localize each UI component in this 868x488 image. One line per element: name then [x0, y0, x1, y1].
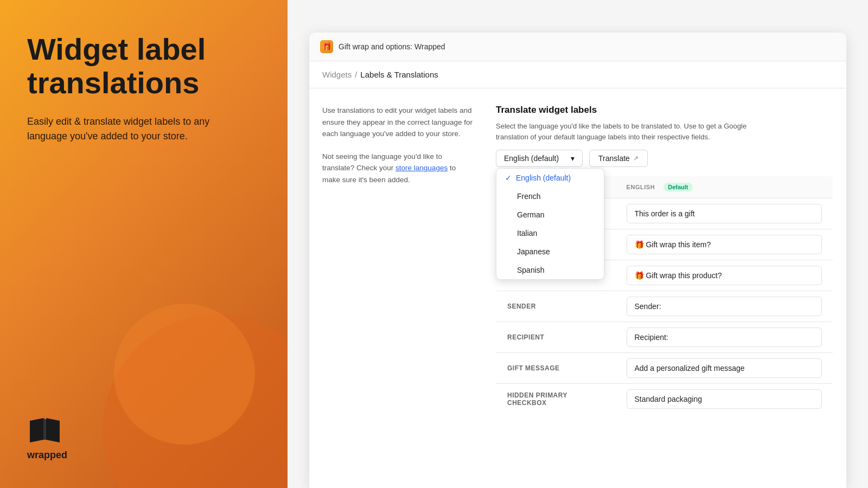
lang-option-english[interactable]: ✓ English (default) — [496, 169, 604, 187]
breadcrumb-parent[interactable]: Widgets — [322, 70, 352, 79]
lang-label-german: German — [517, 210, 545, 219]
translate-header: Translate widget labels Select the langu… — [496, 105, 833, 142]
lang-option-italian[interactable]: Italian — [496, 224, 604, 242]
header-controls: English (default) ▾ ✓ English (default) — [496, 150, 648, 167]
brand-name: wrapped — [27, 450, 67, 461]
external-link-icon: ↗ — [633, 155, 639, 162]
row-input-cell-cart_widget — [616, 198, 833, 229]
window-title: Gift wrap and options: Wrapped — [339, 42, 445, 51]
description-paragraph-1: Use translations to edit your widget lab… — [322, 105, 474, 140]
page-headline: Widget label translations — [27, 33, 260, 99]
row-label-hidden_primary_checkbox: HIDDEN PRIMARY CHECKBOX — [496, 384, 616, 415]
translate-button-label: Translate — [598, 154, 630, 163]
translate-title: Translate widget labels — [496, 105, 756, 115]
translation-column: Translate widget labels Select the langu… — [496, 105, 833, 415]
breadcrumb-current: Labels & Translations — [360, 70, 438, 79]
store-languages-link[interactable]: store languages — [395, 164, 448, 172]
description-paragraph-2: Not seeing the language you'd like to tr… — [322, 151, 474, 186]
app-window: 🎁 Gift wrap and options: Wrapped Widgets… — [309, 33, 846, 488]
lang-label-english: English (default) — [516, 174, 571, 182]
breadcrumb: Widgets / Labels & Translations — [309, 61, 846, 88]
language-selector-row: English (default) ▾ ✓ English (default) — [496, 150, 833, 167]
title-bar: 🎁 Gift wrap and options: Wrapped — [309, 33, 846, 61]
right-panel: 🎁 Gift wrap and options: Wrapped Widgets… — [288, 0, 868, 488]
language-dropdown-wrapper: English (default) ▾ ✓ English (default) — [496, 150, 583, 167]
default-badge: Default — [663, 183, 692, 191]
lang-label-japanese: Japanese — [517, 247, 550, 256]
row-label-gift_message: GIFT MESSAGE — [496, 353, 616, 384]
row-input-cell-sender — [616, 291, 833, 322]
language-select-button[interactable]: English (default) ▾ — [496, 150, 583, 167]
lang-option-japanese[interactable]: Japanese — [496, 242, 604, 261]
lang-label-italian: Italian — [517, 229, 537, 237]
translate-title-area: Translate widget labels Select the langu… — [496, 105, 756, 142]
row-input-cell-product_page_widget — [616, 260, 833, 291]
row-input-cell-line_item_widget — [616, 229, 833, 260]
selected-language-label: English (default) — [504, 154, 559, 163]
page-subtext: Easily edit & translate widget labels to… — [27, 114, 233, 144]
lang-label-french: French — [517, 192, 541, 201]
table-row: SENDER — [496, 291, 833, 322]
language-dropdown: ✓ English (default) French German — [496, 168, 604, 280]
translation-input-hidden_primary_checkbox[interactable] — [627, 389, 822, 409]
row-input-cell-gift_message — [616, 353, 833, 384]
content-area: Use translations to edit your widget lab… — [309, 88, 846, 431]
lang-option-spanish[interactable]: Spanish — [496, 261, 604, 279]
dropdown-chevron-icon: ▾ — [571, 154, 575, 163]
app-icon: 🎁 — [320, 40, 333, 53]
lang-option-french[interactable]: French — [496, 187, 604, 206]
table-row: GIFT MESSAGE — [496, 353, 833, 384]
table-row: HIDDEN PRIMARY CHECKBOX — [496, 384, 833, 415]
translate-button[interactable]: Translate ↗ — [589, 150, 648, 167]
description-column: Use translations to edit your widget lab… — [322, 105, 474, 415]
lang-label-spanish: Spanish — [517, 266, 545, 274]
translation-input-cart_widget[interactable] — [627, 204, 822, 223]
row-label-sender: SENDER — [496, 291, 616, 322]
translation-input-sender[interactable] — [627, 297, 822, 316]
translation-input-recipient[interactable] — [627, 328, 822, 347]
translate-desc: Select the language you'd like the label… — [496, 121, 756, 142]
row-input-cell-recipient — [616, 322, 833, 353]
check-icon: ✓ — [505, 174, 512, 182]
translation-input-product_page_widget[interactable] — [627, 266, 822, 285]
breadcrumb-separator: / — [355, 70, 357, 79]
brand-logo: wrapped — [27, 415, 71, 461]
translation-input-line_item_widget[interactable] — [627, 235, 822, 254]
table-row: RECIPIENT — [496, 322, 833, 353]
translation-input-gift_message[interactable] — [627, 358, 822, 378]
brand-icon — [27, 415, 71, 445]
left-panel: Widget label translations Easily edit & … — [0, 0, 288, 488]
row-label-recipient: RECIPIENT — [496, 322, 616, 353]
row-input-cell-hidden_primary_checkbox — [616, 384, 833, 415]
lang-option-german[interactable]: German — [496, 206, 604, 224]
col-header-english: English Default — [616, 176, 833, 198]
